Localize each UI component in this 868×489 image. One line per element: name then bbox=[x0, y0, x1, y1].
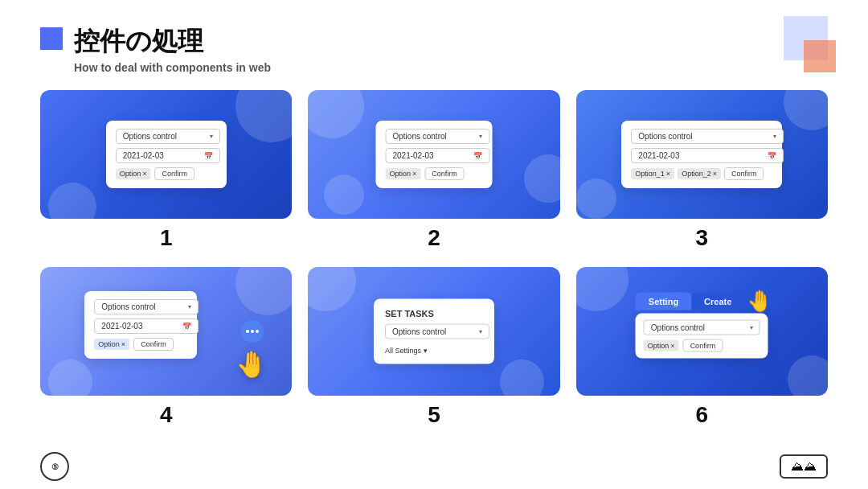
date-input-3[interactable]: 2021-02-03 📅 bbox=[631, 148, 784, 163]
options-select-1[interactable]: Options control ▾ bbox=[116, 129, 220, 144]
page-subtitle: How to deal with components in web bbox=[74, 61, 271, 74]
card-3-form: Options control ▾ 2021-02-03 📅 Option_1 … bbox=[621, 121, 782, 188]
select-label-4: Options control bbox=[101, 302, 155, 311]
card-number-6: 6 bbox=[696, 402, 709, 428]
options-select-6[interactable]: Options control ▾ bbox=[644, 320, 760, 335]
setting-tab[interactable]: Setting bbox=[636, 293, 691, 310]
card-6-visual: Setting Create 🤚 Options control ▾ Optio… bbox=[576, 267, 828, 396]
action-row-1: Option × Confirm bbox=[116, 167, 217, 180]
confirm-button-2[interactable]: Confirm bbox=[424, 167, 465, 180]
chevron-down-icon: ▾ bbox=[750, 324, 753, 331]
tag-label-3a: Option_1 bbox=[635, 170, 665, 178]
card-4: Options control ▾ 2021-02-03 📅 Option × … bbox=[40, 267, 292, 428]
all-settings-label: All Settings bbox=[385, 347, 421, 355]
card-number-4: 4 bbox=[160, 402, 173, 428]
options-select-2[interactable]: Options control ▾ bbox=[385, 129, 489, 144]
tag-close-icon[interactable]: × bbox=[670, 342, 674, 350]
date-value-4: 2021-02-03 bbox=[101, 322, 142, 331]
tag-close-icon[interactable]: × bbox=[666, 170, 670, 178]
card-1-form: Options control ▾ 2021-02-03 📅 Option × … bbox=[106, 121, 227, 188]
chevron-down-icon: ▾ bbox=[210, 133, 213, 140]
card-2: Options control ▾ 2021-02-03 📅 Option × … bbox=[308, 90, 559, 251]
date-value-1: 2021-02-03 bbox=[123, 151, 164, 160]
option-tag-1[interactable]: Option × bbox=[116, 168, 151, 179]
deco-circle-5a bbox=[308, 267, 356, 311]
card-4-form: Options control ▾ 2021-02-03 📅 Option × … bbox=[84, 291, 197, 359]
option-tag-6[interactable]: Option × bbox=[644, 340, 679, 351]
tag-close-icon[interactable]: × bbox=[713, 170, 717, 178]
tag-close-icon[interactable]: × bbox=[142, 170, 146, 178]
card-2-visual: Options control ▾ 2021-02-03 📅 Option × … bbox=[308, 90, 559, 219]
card-2-form: Options control ▾ 2021-02-03 📅 Option × … bbox=[375, 121, 492, 188]
calendar-icon: 📅 bbox=[473, 152, 482, 160]
confirm-button-4[interactable]: Confirm bbox=[133, 338, 174, 351]
mountain-icon: ⛰⛰ bbox=[791, 459, 817, 474]
action-row-2: Option × Confirm bbox=[385, 167, 482, 180]
card-5-form: SET TASKS Options control ▾ All Settings… bbox=[374, 299, 494, 364]
cursor-hand-icon-2: 🤚 bbox=[747, 289, 772, 314]
deco-circle bbox=[235, 90, 292, 142]
options-select-4[interactable]: Options control ▾ bbox=[94, 299, 199, 314]
date-input-1[interactable]: 2021-02-03 📅 bbox=[116, 148, 220, 163]
card-number-1: 1 bbox=[160, 225, 173, 251]
confirm-button-3[interactable]: Confirm bbox=[724, 167, 764, 180]
card-6-form: Setting Create 🤚 Options control ▾ Optio… bbox=[636, 314, 768, 359]
card-number-5: 5 bbox=[428, 402, 440, 428]
deco-circle-6a bbox=[576, 267, 628, 311]
calendar-icon: 📅 bbox=[182, 323, 191, 331]
tag-close-icon[interactable]: × bbox=[121, 340, 125, 348]
chevron-down-icon: ▾ bbox=[188, 303, 191, 310]
card-4-visual: Options control ▾ 2021-02-03 📅 Option × … bbox=[40, 267, 292, 396]
tag-close-icon[interactable]: × bbox=[412, 170, 416, 178]
option-tag-3b[interactable]: Option_2 × bbox=[678, 168, 721, 179]
select-label-5: Options control bbox=[392, 327, 446, 336]
cards-grid: Options control ▾ 2021-02-03 📅 Option × … bbox=[0, 82, 868, 436]
card-3: Options control ▾ 2021-02-03 📅 Option_1 … bbox=[576, 90, 828, 251]
date-value-2: 2021-02-03 bbox=[392, 151, 433, 160]
option-tag-4[interactable]: Option × bbox=[94, 339, 129, 350]
deco-circle-2b bbox=[524, 154, 560, 203]
cursor-hand-icon: 🤚 bbox=[235, 349, 268, 380]
set-tasks-title: SET TASKS bbox=[385, 309, 483, 318]
all-settings-link[interactable]: All Settings ▾ bbox=[385, 343, 483, 355]
confirm-button-6[interactable]: Confirm bbox=[683, 339, 723, 352]
select-label-6: Options control bbox=[651, 323, 705, 332]
dot-3 bbox=[256, 330, 259, 333]
deco-circle-5b bbox=[500, 360, 544, 396]
deco-circle-4b bbox=[48, 360, 92, 396]
tag-label-4: Option bbox=[98, 340, 120, 348]
logo-left-text: ⑤ bbox=[51, 462, 59, 471]
options-select-5[interactable]: Options control ▾ bbox=[385, 324, 489, 339]
card-number-3: 3 bbox=[696, 225, 709, 251]
tag-label-3b: Option_2 bbox=[682, 170, 711, 178]
action-row-4: Option × Confirm bbox=[94, 338, 187, 351]
chevron-down-icon: ▾ bbox=[424, 347, 428, 355]
deco-circle bbox=[48, 183, 96, 219]
option-tag-3a[interactable]: Option_1 × bbox=[631, 168, 674, 179]
date-value-3: 2021-02-03 bbox=[638, 151, 679, 160]
tag-label-2: Option bbox=[389, 170, 411, 178]
card-1: Options control ▾ 2021-02-03 📅 Option × … bbox=[40, 90, 292, 251]
deco-circle-4a bbox=[235, 267, 292, 315]
create-tab[interactable]: Create bbox=[691, 293, 744, 310]
card-1-visual: Options control ▾ 2021-02-03 📅 Option × … bbox=[40, 90, 292, 219]
card-6: Setting Create 🤚 Options control ▾ Optio… bbox=[576, 267, 828, 428]
deco-circle-6b bbox=[788, 355, 828, 396]
date-input-2[interactable]: 2021-02-03 📅 bbox=[385, 148, 489, 163]
option-tag-2[interactable]: Option × bbox=[385, 168, 420, 179]
deco-circle-3b bbox=[576, 179, 616, 219]
calendar-icon: 📅 bbox=[204, 152, 213, 160]
chevron-down-icon: ▾ bbox=[773, 133, 776, 140]
date-input-4[interactable]: 2021-02-03 📅 bbox=[94, 318, 199, 334]
more-options-button[interactable] bbox=[241, 320, 264, 343]
header-icon bbox=[40, 27, 63, 50]
card-6-tabs: Setting Create 🤚 bbox=[636, 293, 745, 310]
deco-circle-2c bbox=[324, 175, 364, 215]
confirm-button-1[interactable]: Confirm bbox=[154, 167, 194, 180]
deco-circle-2a bbox=[308, 90, 364, 138]
options-select-3[interactable]: Options control ▾ bbox=[631, 129, 784, 144]
page-title: 控件の処理 bbox=[74, 24, 271, 60]
dot-1 bbox=[246, 330, 249, 333]
dot-2 bbox=[251, 330, 254, 333]
deco-circle-3a bbox=[784, 90, 828, 130]
